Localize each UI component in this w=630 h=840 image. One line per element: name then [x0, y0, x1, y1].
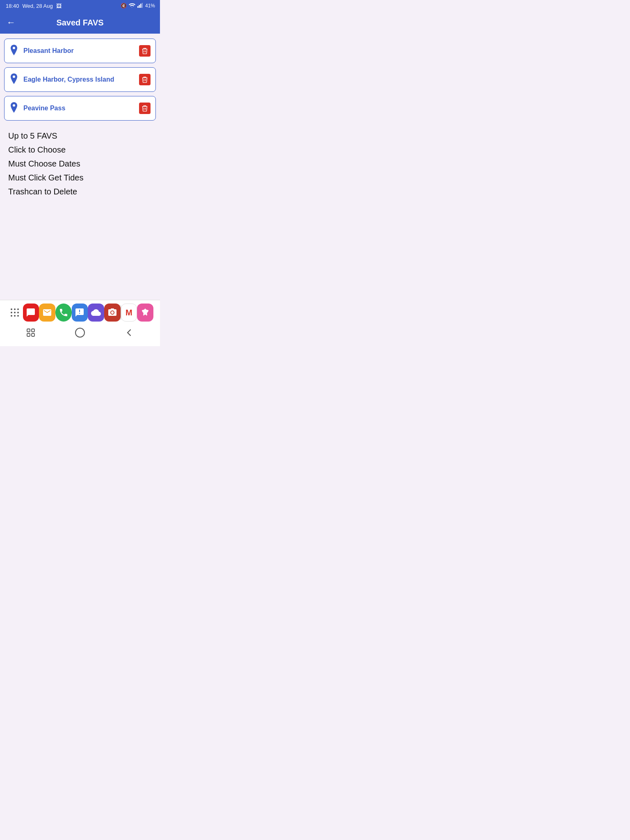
app-chat-red[interactable]: [23, 304, 39, 322]
fav-item-2[interactable]: Eagle Harbor, Cypress Island: [4, 67, 156, 92]
fav-delete-btn-1[interactable]: [139, 45, 151, 57]
mute-icon: 🔇: [121, 3, 127, 9]
fav-delete-btn-2[interactable]: [139, 74, 151, 85]
app-gmail[interactable]: M: [121, 304, 137, 322]
fav-label-1: Pleasant Harbor: [23, 47, 139, 55]
svg-point-10: [11, 315, 12, 317]
svg-point-11: [14, 315, 16, 317]
status-bar: 18:40 Wed, 28 Aug 🖼 🔇 41%: [0, 0, 160, 11]
svg-point-4: [11, 308, 12, 310]
battery-text: 41%: [145, 3, 155, 9]
instruction-line-5: Trashcan to Delete: [8, 185, 152, 199]
svg-point-17: [75, 328, 84, 337]
wifi-icon: [129, 3, 135, 9]
status-date: Wed, 28 Aug: [23, 3, 53, 9]
instruction-line-2: Click to Choose: [8, 143, 152, 157]
fav-label-3: Peavine Pass: [23, 105, 139, 112]
svg-rect-13: [27, 329, 30, 332]
bottom-nav: M: [0, 300, 160, 346]
fav-delete-btn-3[interactable]: [139, 103, 151, 114]
app-grid-icon[interactable]: [7, 304, 23, 322]
app-dock: M: [7, 304, 153, 322]
app-mail-yellow[interactable]: [39, 304, 55, 322]
status-time: 18:40: [6, 3, 19, 9]
location-icon-2: [9, 73, 18, 86]
svg-point-5: [14, 308, 16, 310]
instructions-panel: Up to 5 FAVS Click to Choose Must Choose…: [4, 129, 156, 199]
recent-apps-btn[interactable]: [21, 326, 40, 341]
instruction-line-4: Must Click Get Tides: [8, 171, 152, 185]
app-camera-red[interactable]: [104, 304, 121, 322]
status-left: 18:40 Wed, 28 Aug 🖼: [6, 3, 62, 9]
app-flower-pink[interactable]: [137, 304, 153, 322]
status-right: 🔇 41%: [121, 3, 155, 9]
svg-point-12: [17, 315, 19, 317]
svg-rect-15: [27, 333, 30, 336]
app-phone-green[interactable]: [55, 304, 72, 322]
svg-point-7: [11, 312, 12, 313]
system-nav-buttons: [7, 324, 153, 342]
page-title: Saved FAVS: [19, 18, 141, 27]
svg-rect-1: [139, 5, 140, 8]
svg-point-9: [17, 312, 19, 313]
svg-rect-16: [32, 333, 34, 336]
fav-item-1[interactable]: Pleasant Harbor: [4, 39, 156, 63]
status-photo-icon: 🖼: [56, 3, 62, 9]
svg-rect-14: [32, 329, 34, 332]
instruction-line-1: Up to 5 FAVS: [8, 129, 152, 143]
signal-icon: [137, 3, 143, 9]
system-back-btn[interactable]: [120, 326, 139, 341]
svg-rect-2: [140, 4, 142, 8]
location-icon-3: [9, 102, 18, 114]
location-icon-1: [9, 45, 18, 57]
nav-bar: ← Saved FAVS: [0, 11, 160, 34]
home-btn[interactable]: [70, 326, 90, 342]
svg-point-8: [14, 312, 16, 313]
instruction-line-3: Must Choose Dates: [8, 157, 152, 171]
main-content: Pleasant Harbor Eagle Harbor, Cypress Is…: [0, 34, 160, 300]
svg-point-6: [17, 308, 19, 310]
svg-rect-0: [137, 6, 139, 8]
fav-label-2: Eagle Harbor, Cypress Island: [23, 76, 139, 83]
app-message-blue[interactable]: [72, 304, 88, 322]
fav-item-3[interactable]: Peavine Pass: [4, 96, 156, 121]
svg-rect-3: [142, 3, 143, 8]
app-cloud-purple[interactable]: [88, 304, 104, 322]
back-button[interactable]: ←: [7, 16, 19, 29]
